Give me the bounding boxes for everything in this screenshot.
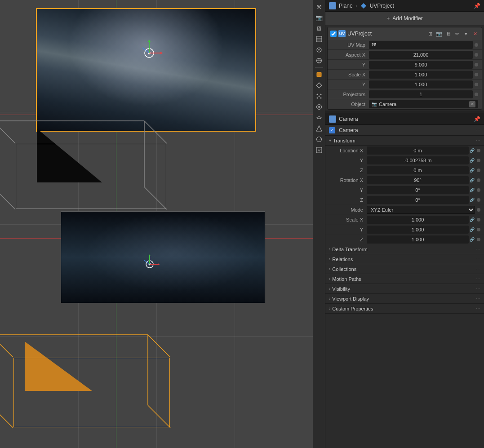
prop-row-loc-x: Location X 🔗	[325, 146, 484, 155]
scale-y-cam-label: Y	[331, 227, 367, 232]
camera-header-bar: Camera 📌	[325, 113, 484, 125]
sidebar-icon-constraints[interactable]	[314, 113, 324, 123]
modifier-camera-btn[interactable]: 📷	[435, 30, 443, 38]
scale-x-cam-input[interactable]	[367, 216, 469, 224]
scale-z-cam-input[interactable]	[367, 235, 469, 244]
scale-y-input[interactable]	[369, 80, 473, 89]
prop-row-scale-x: Scale X	[328, 70, 482, 80]
svg-point-38	[318, 96, 320, 97]
sidebar-icon-particles[interactable]	[314, 91, 324, 101]
loc-z-input[interactable]	[367, 166, 469, 174]
modifier-expand-btn[interactable]: ▾	[462, 30, 470, 38]
sidebar-icon-world[interactable]	[314, 56, 324, 66]
svg-rect-45	[331, 4, 334, 8]
svg-point-39	[316, 98, 318, 99]
sidebar-icon-material[interactable]	[314, 134, 324, 144]
viewport-3d[interactable]	[0, 0, 313, 448]
rot-x-link[interactable]: 🔗	[469, 177, 475, 183]
plane-mid	[61, 211, 265, 303]
viewport-display-section[interactable]: › Viewport Display ⋯	[325, 294, 484, 304]
loc-x-link[interactable]: 🔗	[469, 147, 475, 154]
aspect-y-label: Y	[333, 62, 369, 67]
prop-row-scale-y-cam: Y 🔗	[325, 225, 484, 235]
sidebar-icons-strip: ⚒ 📷 🖥	[313, 0, 325, 448]
rot-y-input[interactable]	[367, 186, 469, 194]
scale-y-cam-input[interactable]	[367, 226, 469, 234]
breadcrumb-bar: Plane › UVProject 📌	[325, 0, 484, 12]
scale-y-link[interactable]: 🔗	[469, 226, 475, 233]
add-modifier-button[interactable]: + Add Modifier	[325, 12, 484, 25]
sidebar-icon-object[interactable]	[314, 70, 324, 80]
modifier-display-btn[interactable]: 🖥	[444, 30, 452, 38]
scale-x-link[interactable]: 🔗	[469, 217, 475, 223]
loc-y-input[interactable]	[367, 156, 469, 164]
prop-row-object: Object 📷 Camera ✕	[328, 99, 482, 109]
sidebar-icon-scene[interactable]	[314, 45, 324, 55]
projectors-input[interactable]	[369, 90, 473, 98]
aspect-x-input[interactable]	[369, 51, 473, 59]
motion-paths-section[interactable]: › Motion Paths ⋯	[325, 274, 484, 284]
camera-pin-button[interactable]: 📌	[474, 116, 480, 122]
transform-collapse[interactable]: ▾ Transform ⋯	[325, 136, 484, 146]
prop-dot-rot-y	[477, 188, 480, 192]
sidebar-icon-view-layer[interactable]	[314, 34, 324, 44]
sidebar-icon-render[interactable]: 📷	[314, 13, 324, 22]
svg-marker-3	[160, 52, 163, 54]
rot-z-input[interactable]	[367, 196, 469, 204]
storm-image-top	[37, 9, 255, 131]
rot-y-link[interactable]: 🔗	[469, 187, 475, 193]
rot-x-input[interactable]	[367, 176, 469, 184]
custom-properties-label: Custom Properties	[332, 306, 373, 311]
camera-header-title: Camera	[339, 116, 471, 122]
relations-section[interactable]: › Relations ⋯	[325, 254, 484, 264]
loc-x-input[interactable]	[367, 146, 469, 155]
scale-z-link[interactable]: 🔗	[469, 236, 475, 243]
uv-map-selector[interactable]: 🗺	[369, 41, 473, 49]
camera-sub-checkbox: ✓	[329, 127, 335, 133]
rot-y-label: Y	[331, 187, 367, 193]
sidebar-icon-physics[interactable]	[314, 102, 324, 112]
visibility-section[interactable]: › Visibility ⋯	[325, 284, 484, 294]
rot-z-link[interactable]: 🔗	[469, 197, 475, 203]
motion-paths-label: Motion Paths	[332, 276, 361, 282]
object-icon-cam: 📷	[372, 102, 377, 106]
sidebar-icon-modifier[interactable]	[314, 80, 324, 90]
svg-line-23	[148, 405, 170, 428]
object-clear-button[interactable]: ✕	[469, 101, 475, 107]
scale-x-input[interactable]	[369, 71, 473, 79]
transform-gizmo-top	[136, 40, 163, 67]
svg-line-7	[0, 121, 15, 143]
custom-properties-dots: ⋯	[476, 306, 480, 311]
sidebar-icon-tools[interactable]: ⚒	[314, 2, 324, 12]
svg-line-24	[0, 405, 13, 428]
collections-section[interactable]: › Collections ⋯	[325, 264, 484, 274]
modifier-edit-btn[interactable]: ✏	[453, 30, 461, 38]
sidebar-icon-object-data[interactable]	[314, 124, 324, 133]
modifier-breadcrumb-icon	[360, 2, 367, 9]
prop-dot-aspect-x	[475, 53, 478, 57]
viewport-display-dots: ⋯	[476, 296, 480, 301]
loc-y-link[interactable]: 🔗	[469, 157, 475, 164]
motion-paths-arrow: ›	[329, 276, 330, 281]
pin-button[interactable]: 📌	[474, 3, 480, 9]
delta-transform-section[interactable]: › Delta Transform ⋯	[325, 244, 484, 254]
delta-label: Delta Transform	[332, 247, 367, 252]
sidebar-icon-output[interactable]: 🖥	[314, 23, 324, 33]
uv-map-label: UV Map	[333, 42, 369, 48]
mode-select[interactable]: XYZ Euler XZY Euler Quaternion Axis Angl…	[367, 206, 475, 214]
loc-y-label: Y	[331, 158, 367, 163]
plane-top	[36, 8, 256, 132]
svg-point-40	[320, 98, 321, 99]
loc-z-link[interactable]: 🔗	[469, 167, 475, 173]
modifier-filter-btn[interactable]: ⊞	[426, 30, 434, 38]
prop-dot-mode	[477, 208, 480, 212]
storm-image-mid	[61, 212, 265, 303]
aspect-y-input[interactable]	[369, 61, 473, 69]
sidebar-icon-uv[interactable]	[314, 145, 324, 155]
modifier-close-btn[interactable]: ✕	[471, 30, 479, 38]
svg-rect-28	[316, 36, 322, 42]
custom-properties-section[interactable]: › Custom Properties ⋯	[325, 304, 484, 314]
breadcrumb-separator: ›	[355, 3, 357, 9]
modifier-enable-checkbox[interactable]	[330, 31, 337, 37]
svg-point-42	[318, 106, 320, 108]
